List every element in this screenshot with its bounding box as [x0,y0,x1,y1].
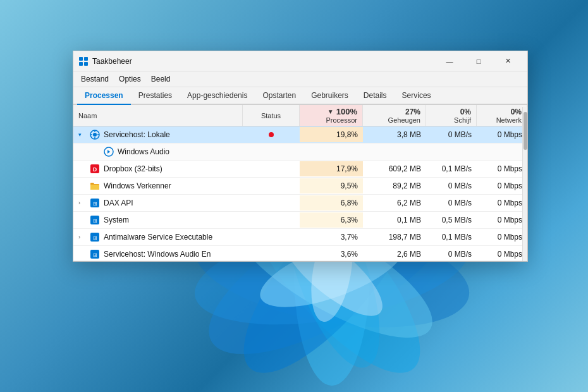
col-status-label: Status [261,112,281,119]
tab-services[interactable]: Services [395,87,439,105]
col-naam[interactable]: Naam [73,105,243,126]
svg-text:⊞: ⊞ [93,235,97,241]
row-network-cell [477,149,527,155]
menu-beeld[interactable]: Beeld [146,73,176,85]
tab-opstarten[interactable]: Opstarten [255,87,303,105]
row-process-name: System [104,216,129,224]
row-status-cell [243,251,300,257]
tab-prestaties[interactable]: Prestaties [131,87,180,105]
process-icon: ⊞ [90,215,100,225]
row-memory-cell: 89,2 MB [363,178,426,193]
minimize-button[interactable]: — [435,51,464,71]
table-row[interactable]: › ⊞ DAX API 6,8% 6,2 MB 0 MB/s 0 Mbps [73,195,527,212]
row-cpu-cell: 3,7% [300,230,363,245]
vertical-scrollbar[interactable] [522,107,527,261]
status-dot [269,132,274,137]
process-icon [90,130,100,140]
tab-gebruikers[interactable]: Gebruikers [303,87,356,105]
svg-rect-11 [79,57,83,61]
maximize-button[interactable]: □ [464,51,493,71]
table-row[interactable]: › ⊞ Antimalware Service Executable 3,7% … [73,229,527,246]
process-icon: ⊞ [90,232,100,242]
svg-text:D: D [93,166,97,173]
row-disk-cell [426,149,477,155]
title-bar: Taakbeheer — □ ✕ [73,51,527,71]
col-naam-label: Naam [78,112,97,119]
scrollbar-thumb[interactable] [524,112,527,150]
svg-text:⊞: ⊞ [93,201,97,207]
row-process-name: Antimalware Service Executable [104,233,212,242]
col-netwerk-pct: 0% [511,107,522,116]
col-netwerk[interactable]: 0% Netwerk [477,105,527,126]
row-disk-cell: 0 MB/s [426,247,477,261]
app-icon [78,56,89,66]
menu-bar: Bestand Opties Beeld [73,71,527,87]
row-status-cell [243,234,300,240]
expand-icon: ▾ [78,132,86,138]
row-memory-cell [363,149,426,155]
row-process-name: Windows Verkenner [104,181,171,190]
close-button[interactable]: ✕ [493,51,522,71]
table-row[interactable]: ▾ D Dropbox (32-bits) 17,9% 609,2 MB 0,1… [73,161,527,178]
process-icon: ⊞ [90,249,100,259]
row-memory-cell: 6,2 MB [363,195,426,211]
row-cpu-cell: 3,6% [300,247,363,261]
row-memory-cell: 198,7 MB [363,230,426,245]
window-controls: — □ ✕ [435,51,522,71]
row-network-cell: 0 Mbps [477,195,527,211]
row-name-cell: ▾ Windows Verkenner [73,178,243,194]
table-row[interactable]: ▾ Servicehost: Lokale 19,8% 3,8 [73,126,527,144]
menu-opties[interactable]: Opties [114,73,146,85]
col-schijf-pct: 0% [460,107,471,116]
row-disk-cell: 0,1 MB/s [426,161,477,176]
col-netwerk-label: Netwerk [496,116,522,124]
row-memory-cell: 609,2 MB [363,161,426,176]
row-cpu-cell: 6,3% [300,212,363,228]
menu-bestand[interactable]: Bestand [76,73,114,85]
window-title: Taakbeheer [92,57,435,66]
row-cpu-cell: 19,8% [300,127,363,142]
row-process-name: Dropbox (32-bits) [104,164,162,173]
row-name-cell: › ⊞ DAX API [73,195,243,211]
expand-icon: › [78,234,86,240]
row-status-cell [243,200,300,206]
process-table: Naam Status ▼ 100% Processor 27% Geheuge… [73,105,527,261]
process-icon: D [90,164,100,174]
svg-rect-12 [84,57,88,61]
table-row[interactable]: ▾ Windows Verkenner 9,5% 89,2 MB 0 MB/s … [73,178,527,195]
row-disk-cell: 0,5 MB/s [426,212,477,228]
col-processor[interactable]: ▼ 100% Processor [300,105,363,126]
task-manager-window: Taakbeheer — □ ✕ Bestand Opties Beeld Pr… [73,51,528,262]
table-row[interactable]: ▾ ⊞ Servicehost: Windows Audio En 3,6% 2… [73,246,527,261]
row-cpu-cell: 6,8% [300,195,363,211]
row-disk-cell: 0 MB/s [426,195,477,211]
svg-rect-14 [84,62,88,66]
row-network-cell: 0 Mbps [477,212,527,228]
row-process-name: DAX API [104,199,133,207]
tab-processen[interactable]: Processen [77,87,131,105]
row-name-cell: › ⊞ Antimalware Service Executable [73,229,243,245]
svg-text:⊞: ⊞ [93,218,97,224]
row-name-cell: ▾ ⊞ Servicehost: Windows Audio En [73,246,243,261]
col-schijf-label: Schijf [454,116,471,124]
table-row[interactable]: ▾ ⊞ System 6,3% 0,1 MB 0,5 MB/s 0 Mbps [73,212,527,229]
row-status-cell [243,149,300,155]
process-icon [104,147,114,157]
row-name-cell: ▾ D Dropbox (32-bits) [73,161,243,177]
col-geheugen[interactable]: 27% Geheugen [363,105,426,126]
row-memory-cell: 2,6 MB [363,247,426,261]
col-status[interactable]: Status [243,105,300,126]
table-row[interactable]: ▾ Windows Audio [73,144,527,161]
row-network-cell: 0 Mbps [477,161,527,176]
tab-details[interactable]: Details [356,87,395,105]
row-name-cell: ▾ ⊞ System [73,212,243,228]
col-processor-pct: 100% [336,107,357,116]
row-name-cell: ▾ Servicehost: Lokale [73,126,243,143]
row-network-cell: 0 Mbps [477,230,527,245]
col-schijf[interactable]: 0% Schijf [426,105,477,126]
tab-bar: Processen Prestaties App-geschiedenis Op… [73,87,527,105]
row-cpu-cell: 9,5% [300,178,363,193]
row-process-name: Servicehost: Lokale [104,130,170,139]
row-status-cell [243,166,300,172]
tab-app-geschiedenis[interactable]: App-geschiedenis [180,87,255,105]
